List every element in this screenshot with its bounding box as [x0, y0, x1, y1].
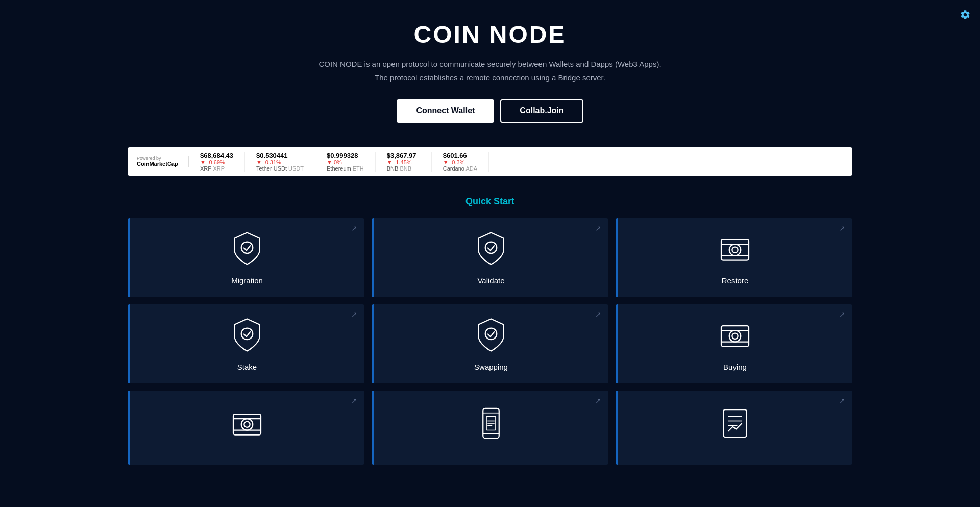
ticker-price-0: $68,684.43: [200, 152, 233, 159]
card-label-0: Migration: [231, 276, 263, 285]
cards-grid: ↗ Migration ↗ Validate ↗ Restore ↗ Stake…: [128, 218, 852, 465]
svg-point-0: [241, 242, 253, 254]
card-icon-6: [229, 405, 265, 444]
card-ext-icon-2: ↗: [839, 224, 845, 232]
coinmarketcap-label: CoinMarketCap: [137, 161, 178, 167]
card-icon-0: [229, 230, 265, 269]
ticker-price-1: $0.530441: [256, 152, 304, 159]
ticker-brand: Powered by CoinMarketCap: [128, 156, 189, 167]
card-migration[interactable]: ↗ Migration: [128, 218, 364, 297]
ticker-price-4: $601.66: [443, 152, 477, 159]
card-ext-icon-0: ↗: [351, 224, 357, 232]
svg-point-10: [729, 330, 741, 342]
card-ext-icon-1: ↗: [595, 224, 601, 232]
svg-rect-26: [724, 409, 747, 437]
connect-wallet-button[interactable]: Connect Wallet: [397, 99, 494, 123]
card-validate[interactable]: ↗ Validate: [372, 218, 608, 297]
card-ext-icon-4: ↗: [595, 310, 601, 319]
svg-rect-9: [721, 326, 749, 347]
card-icon-8: [717, 405, 753, 444]
card-ext-icon-7: ↗: [595, 397, 601, 405]
svg-point-16: [244, 421, 250, 427]
svg-rect-2: [721, 239, 749, 260]
card-stake[interactable]: ↗ Stake: [128, 304, 364, 383]
subtitle-line1: COIN NODE is an open protocol to communi…: [0, 58, 980, 71]
ticker-price-2: $0.999328: [327, 152, 364, 159]
ticker-change-0: ▼ -0.69%: [200, 159, 233, 165]
card-icon-3: [229, 317, 265, 355]
svg-point-8: [485, 328, 497, 340]
ticker-change-1: ▼ -0.31%: [256, 159, 304, 165]
card-ext-icon-8: ↗: [839, 397, 845, 405]
cta-buttons: Connect Wallet Collab.Join: [0, 99, 980, 123]
card-ext-icon-6: ↗: [351, 397, 357, 405]
card-card8[interactable]: ↗: [372, 391, 608, 465]
card-label-4: Swapping: [474, 363, 508, 371]
subtitle-line2: The protocol establishes a remote connec…: [0, 71, 980, 84]
card-icon-7: [473, 405, 509, 444]
ticker-name-3: BNB BNB: [387, 165, 420, 172]
quick-start-section: Quick Start ↗ Migration ↗ Validate ↗ Res…: [0, 196, 980, 465]
card-label-5: Buying: [723, 363, 747, 371]
card-restore[interactable]: ↗ Restore: [616, 218, 852, 297]
ticker-item-3: $3,867.97 ▼ -1.45% BNB BNB: [376, 152, 432, 172]
ticker-name-0: XRP XRP: [200, 165, 233, 172]
svg-point-4: [732, 247, 738, 253]
card-label-3: Stake: [237, 363, 257, 371]
quick-start-title: Quick Start: [128, 196, 852, 207]
card-icon-1: [473, 230, 509, 269]
card-icon-5: [717, 317, 753, 355]
svg-rect-14: [233, 414, 261, 435]
ticker-change-3: ▼ -1.45%: [387, 159, 420, 165]
card-card9[interactable]: ↗: [616, 391, 852, 465]
ticker-name-1: Tether USDt USDT: [256, 165, 304, 172]
card-ext-icon-3: ↗: [351, 310, 357, 319]
card-icon-4: [473, 317, 509, 355]
ticker-change-2: ▼ 0%: [327, 159, 364, 165]
ticker-item-2: $0.999328 ▼ 0% Ethereum ETH: [315, 152, 376, 172]
svg-point-15: [241, 419, 253, 430]
settings-button[interactable]: [960, 9, 971, 22]
card-ext-icon-5: ↗: [839, 310, 845, 319]
svg-point-11: [732, 333, 738, 339]
svg-point-7: [241, 328, 253, 340]
ticker-price-3: $3,867.97: [387, 152, 420, 159]
card-buying[interactable]: ↗ Buying: [616, 304, 852, 383]
card-swapping[interactable]: ↗ Swapping: [372, 304, 608, 383]
ticker-item-1: $0.530441 ▼ -0.31% Tether USDt USDT: [245, 152, 315, 172]
svg-point-1: [485, 242, 497, 254]
ticker-change-4: ▼ -0.3%: [443, 159, 477, 165]
ticker-item-0: $68,684.43 ▼ -0.69% XRP XRP: [189, 152, 245, 172]
ticker-name-2: Ethereum ETH: [327, 165, 364, 172]
ticker-items: $68,684.43 ▼ -0.69% XRP XRP $0.530441 ▼ …: [189, 152, 852, 172]
svg-point-3: [729, 244, 741, 256]
header: COIN NODE COIN NODE is an open protocol …: [0, 0, 980, 133]
app-title: COIN NODE: [0, 20, 980, 49]
ticker-name-4: Cardano ADA: [443, 165, 477, 172]
card-icon-2: [717, 230, 753, 269]
card-label-2: Restore: [722, 276, 749, 285]
card-card7[interactable]: ↗: [128, 391, 364, 465]
ticker-item-4: $601.66 ▼ -0.3% Cardano ADA: [432, 152, 489, 172]
collab-join-button[interactable]: Collab.Join: [500, 99, 583, 123]
card-label-1: Validate: [477, 276, 504, 285]
powered-by-label: Powered by: [137, 156, 161, 161]
ticker-bar: Powered by CoinMarketCap $68,684.43 ▼ -0…: [128, 147, 852, 176]
